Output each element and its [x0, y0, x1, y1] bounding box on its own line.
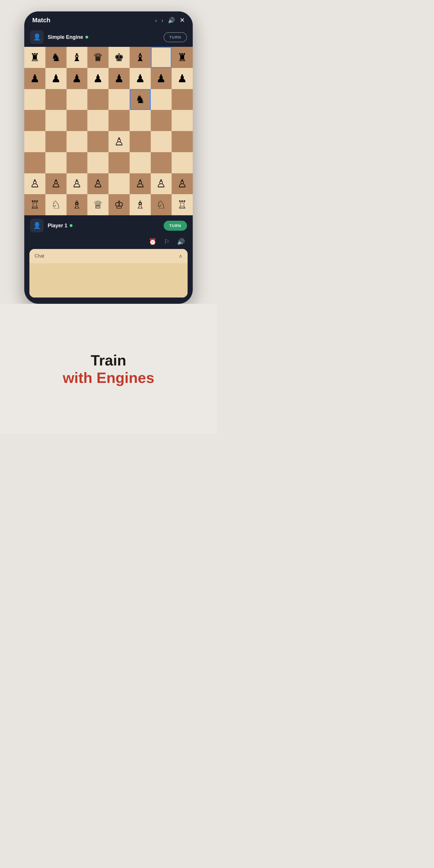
cell-r5-c7[interactable] — [172, 152, 193, 173]
forward-icon[interactable]: › — [161, 17, 163, 24]
cell-r7-c4[interactable]: ♔ — [108, 194, 130, 215]
cell-r0-c2[interactable]: ♝ — [66, 47, 88, 68]
cell-r4-c0[interactable] — [24, 131, 45, 152]
cell-r7-c6[interactable]: ♘ — [151, 194, 172, 215]
cell-r2-c3[interactable] — [87, 89, 108, 110]
cell-r2-c4[interactable] — [108, 89, 130, 110]
cell-r4-c3[interactable] — [87, 131, 108, 152]
chess-piece: ♜ — [177, 52, 187, 63]
cell-r3-c1[interactable] — [45, 110, 66, 131]
cell-r4-c5[interactable] — [130, 131, 151, 152]
cell-r0-c7[interactable]: ♜ — [172, 47, 193, 68]
train-heading: Train — [91, 351, 126, 369]
chess-piece: ♖ — [30, 199, 40, 210]
chess-piece: ♝ — [72, 52, 82, 63]
cell-r3-c3[interactable] — [87, 110, 108, 131]
cell-r7-c0[interactable]: ♖ — [24, 194, 45, 215]
speaker-icon[interactable]: 🔊 — [177, 238, 185, 246]
cell-r0-c1[interactable]: ♞ — [45, 47, 66, 68]
cell-r7-c5[interactable]: ♗ — [130, 194, 151, 215]
top-bar: Match ‹ › 🔊 ✕ — [24, 11, 193, 27]
chess-piece: ♟ — [72, 73, 82, 84]
player-turn-button[interactable]: TURN — [164, 221, 187, 231]
cell-r1-c6[interactable]: ♟ — [151, 68, 172, 89]
cell-r1-c7[interactable]: ♟ — [172, 68, 193, 89]
cell-r0-c3[interactable]: ♛ — [87, 47, 108, 68]
cell-r2-c2[interactable] — [66, 89, 88, 110]
chat-body — [29, 263, 188, 298]
back-icon[interactable]: ‹ — [155, 17, 157, 24]
cell-r5-c2[interactable] — [66, 152, 88, 173]
cell-r3-c4[interactable] — [108, 110, 130, 131]
cell-r4-c6[interactable] — [151, 131, 172, 152]
chess-piece: ♙ — [72, 178, 82, 189]
cell-r0-c4[interactable]: ♚ — [108, 47, 130, 68]
clock-icon[interactable]: ⏰ — [149, 238, 156, 246]
cell-r2-c0[interactable] — [24, 89, 45, 110]
cell-r2-c7[interactable] — [172, 89, 193, 110]
cell-r2-c5[interactable]: ♞ — [130, 89, 151, 110]
cell-r5-c1[interactable] — [45, 152, 66, 173]
engine-player-row: 👤 Simple Engine TURN — [24, 27, 193, 47]
cell-r5-c4[interactable] — [108, 152, 130, 173]
cell-r3-c6[interactable] — [151, 110, 172, 131]
cell-r4-c1[interactable] — [45, 131, 66, 152]
cell-r6-c2[interactable]: ♙ — [66, 173, 88, 194]
close-icon[interactable]: ✕ — [180, 17, 185, 24]
chat-panel: Chat ∧ — [29, 249, 188, 298]
cell-r3-c7[interactable] — [172, 110, 193, 131]
cell-r7-c7[interactable]: ♖ — [172, 194, 193, 215]
cell-r1-c1[interactable]: ♟ — [45, 68, 66, 89]
cell-r4-c4[interactable]: ♙ — [108, 131, 130, 152]
cell-r6-c4[interactable] — [108, 173, 130, 194]
chess-board-container: ♜♞♝♛♚♝♜♟♟♟♟♟♟♟♟♞♙♙♙♙♙♙♙♙♖♘♗♕♔♗♘♖ — [24, 47, 193, 215]
chess-piece: ♞ — [135, 94, 145, 105]
chess-piece: ♛ — [93, 52, 103, 63]
player-avatar: 👤 — [30, 219, 44, 232]
cell-r1-c3[interactable]: ♟ — [87, 68, 108, 89]
cell-r1-c0[interactable]: ♟ — [24, 68, 45, 89]
cell-r6-c3[interactable]: ♙ — [87, 173, 108, 194]
chat-chevron-icon[interactable]: ∧ — [179, 253, 182, 259]
cell-r6-c6[interactable]: ♙ — [151, 173, 172, 194]
bottom-section: Train with Engines — [0, 304, 217, 434]
cell-r1-c2[interactable]: ♟ — [66, 68, 88, 89]
engine-turn-button[interactable]: TURN — [164, 32, 187, 42]
chess-piece: ♟ — [30, 73, 40, 84]
chess-piece: ♝ — [135, 52, 145, 63]
cell-r3-c5[interactable] — [130, 110, 151, 131]
cell-r0-c0[interactable]: ♜ — [24, 47, 45, 68]
chess-piece: ♙ — [135, 178, 145, 189]
cell-r2-c6[interactable] — [151, 89, 172, 110]
cell-r2-c1[interactable] — [45, 89, 66, 110]
chess-piece: ♗ — [135, 199, 145, 210]
cell-r7-c2[interactable]: ♗ — [66, 194, 88, 215]
cell-r5-c3[interactable] — [87, 152, 108, 173]
cell-r5-c0[interactable] — [24, 152, 45, 173]
cell-r3-c2[interactable] — [66, 110, 88, 131]
cell-r6-c0[interactable]: ♙ — [24, 173, 45, 194]
cell-r4-c2[interactable] — [66, 131, 88, 152]
cell-r7-c1[interactable]: ♘ — [45, 194, 66, 215]
sound-icon[interactable]: 🔊 — [168, 17, 175, 24]
flag-icon[interactable]: ⚐ — [164, 238, 169, 246]
cell-r7-c3[interactable]: ♕ — [87, 194, 108, 215]
cell-r5-c5[interactable] — [130, 152, 151, 173]
cell-r0-c6[interactable] — [151, 47, 172, 68]
cell-r3-c0[interactable] — [24, 110, 45, 131]
cell-r1-c5[interactable]: ♟ — [130, 68, 151, 89]
chat-header[interactable]: Chat ∧ — [29, 249, 188, 263]
cell-r5-c6[interactable] — [151, 152, 172, 173]
cell-r0-c5[interactable]: ♝ — [130, 47, 151, 68]
chess-piece: ♖ — [177, 199, 187, 210]
player-name: Player 1 — [48, 223, 160, 229]
chess-piece: ♙ — [30, 178, 40, 189]
cell-r1-c4[interactable]: ♟ — [108, 68, 130, 89]
chess-piece: ♟ — [135, 73, 145, 84]
cell-r6-c5[interactable]: ♙ — [130, 173, 151, 194]
cell-r6-c1[interactable]: ♙ — [45, 173, 66, 194]
chess-piece: ♙ — [156, 178, 166, 189]
player-row: 👤 Player 1 TURN — [24, 215, 193, 236]
cell-r6-c7[interactable]: ♙ — [172, 173, 193, 194]
cell-r4-c7[interactable] — [172, 131, 193, 152]
